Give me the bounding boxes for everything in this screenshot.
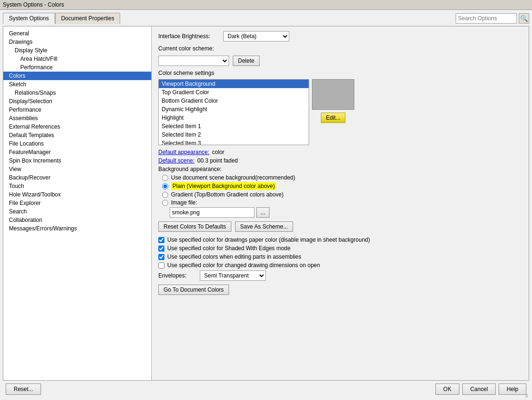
checkbox-label-cb2: Use specified color for Shaded With Edge…	[167, 245, 290, 252]
cancel-button[interactable]: Cancel	[462, 384, 496, 395]
radio-plain-viewport: Plain (Viewport Background color above)	[158, 182, 522, 190]
sidebar-item-default-templates[interactable]: Default Templates	[3, 131, 151, 139]
sidebar-item-sketch[interactable]: Sketch	[3, 80, 151, 89]
interface-brightness-select[interactable]: Dark (Beta)LightMedium	[223, 31, 289, 41]
sidebar-item-assemblies[interactable]: Assemblies	[3, 114, 151, 122]
current-color-scheme-row: Current color scheme:	[158, 45, 522, 52]
radio-plain-viewport-input[interactable]	[162, 183, 168, 189]
tabs-container: System Options Document Properties	[3, 13, 120, 24]
checkbox-label-cb4: Use specified color for changed drawing …	[167, 262, 320, 269]
color-list-item[interactable]: Selected Item 3	[159, 139, 309, 145]
radio-image-file-input[interactable]	[162, 200, 168, 206]
content-panel: Interface Brightness: Dark (Beta)LightMe…	[152, 26, 529, 380]
color-list-item[interactable]: Top Gradient Color	[159, 88, 309, 97]
help-button[interactable]: Help	[499, 384, 526, 395]
default-appearance-link[interactable]: Default appearance:	[158, 149, 209, 155]
sidebar-item-search[interactable]: Search	[3, 207, 151, 216]
radio-plain-viewport-label: Plain (Viewport Background color above)	[171, 182, 276, 190]
default-appearance-row: Default appearance: color	[158, 149, 522, 155]
search-button[interactable]: 🔍	[519, 13, 529, 24]
image-file-input[interactable]	[170, 207, 254, 218]
checkbox-cb1[interactable]	[158, 237, 164, 243]
sidebar-item-feature-manager[interactable]: FeatureManager	[3, 148, 151, 156]
ok-button[interactable]: OK	[435, 384, 459, 395]
sidebar-item-area-hatch-fill[interactable]: Area Hatch/Fill	[3, 55, 151, 63]
radio-use-document-scene-input[interactable]	[162, 175, 168, 181]
current-color-scheme-label: Current color scheme:	[158, 45, 220, 52]
background-appearance-label: Background appearance:	[158, 166, 522, 172]
sidebar-item-hole-wizard-toolbox[interactable]: Hole Wizard/Toolbox	[3, 190, 151, 199]
radio-gradient: Gradient (Top/Bottom Gradient colors abo…	[158, 191, 522, 198]
sidebar-item-performance-drawings[interactable]: Performance	[3, 63, 151, 72]
sidebar-item-touch[interactable]: Touch	[3, 182, 151, 190]
color-scheme-settings-label: Color scheme settings	[158, 70, 522, 76]
color-list-item[interactable]: Selected Item 1	[159, 122, 309, 131]
color-list-item[interactable]: Dynamic Highlight	[159, 105, 309, 114]
title-text: System Options - Colors	[3, 1, 64, 8]
sidebar-item-backup-recover[interactable]: Backup/Recover	[3, 173, 151, 182]
delete-button[interactable]: Delete	[233, 56, 260, 66]
bottom-bar: Reset... OK Cancel Help	[3, 381, 529, 396]
interface-brightness-row: Interface Brightness: Dark (Beta)LightMe…	[158, 31, 522, 41]
sidebar-item-spin-box-increments[interactable]: Spin Box Increments	[3, 156, 151, 165]
color-list-item[interactable]: Bottom Gradient Color	[159, 97, 309, 105]
sidebar-item-external-references[interactable]: External References	[3, 122, 151, 131]
goto-document-colors-button[interactable]: Go To Document Colors	[158, 285, 229, 295]
sidebar-item-messages-errors-warnings[interactable]: Messages/Errors/Warnings	[3, 224, 151, 233]
color-scheme-select[interactable]	[158, 56, 229, 66]
envelopes-select[interactable]: Semi TransparentWireframeOpaque	[200, 270, 266, 281]
color-list-item[interactable]: Highlight	[159, 114, 309, 122]
checkbox-label-cb1: Use specified color for drawings paper c…	[167, 237, 370, 243]
color-list-item[interactable]: Viewport Background	[159, 80, 309, 88]
sidebar: GeneralDrawingsDisplay StyleArea Hatch/F…	[3, 26, 152, 380]
color-list[interactable]: Viewport BackgroundTop Gradient ColorBot…	[158, 79, 309, 145]
default-scene-link[interactable]: Default scene:	[158, 157, 195, 164]
bottom-left: Reset...	[6, 384, 41, 395]
sidebar-item-drawings[interactable]: Drawings	[3, 38, 151, 46]
bottom-right: OK Cancel Help	[435, 384, 526, 395]
sidebar-item-display-style[interactable]: Display Style	[3, 46, 151, 55]
envelopes-label: Envelopes:	[158, 272, 196, 279]
reset-button[interactable]: Reset...	[6, 384, 41, 395]
color-scheme-select-row: Delete	[158, 56, 522, 66]
sidebar-item-colors[interactable]: Colors	[3, 72, 151, 80]
tab-document-properties[interactable]: Document Properties	[55, 13, 121, 24]
search-bar: 🔍	[456, 13, 529, 24]
background-appearance-group: Background appearance: Use document scen…	[158, 166, 522, 218]
sidebar-item-collaboration[interactable]: Collaboration	[3, 216, 151, 224]
checkbox-cb4[interactable]	[158, 262, 164, 269]
checkbox-row-cb3: Use specified colors when editing parts …	[158, 253, 522, 260]
tab-system-options[interactable]: System Options	[3, 13, 55, 24]
sidebar-item-relations-snaps[interactable]: Relations/Snaps	[3, 89, 151, 97]
color-list-item[interactable]: Selected Item 2	[159, 131, 309, 139]
color-preview-box	[312, 79, 354, 110]
color-list-container: Viewport BackgroundTop Gradient ColorBot…	[158, 79, 522, 145]
resize-handle[interactable]: //	[525, 393, 531, 399]
sidebar-item-file-locations[interactable]: File Locations	[3, 139, 151, 148]
reset-colors-button[interactable]: Reset Colors To Defaults	[158, 221, 231, 232]
title-bar: System Options - Colors	[0, 0, 532, 10]
radio-use-document-scene-label: Use document scene background(recommende…	[171, 174, 295, 181]
sidebar-item-performance[interactable]: Performance	[3, 106, 151, 114]
color-preview-area: Edit...	[312, 79, 354, 145]
checkbox-row-cb1: Use specified color for drawings paper c…	[158, 237, 522, 243]
radio-gradient-input[interactable]	[162, 192, 168, 198]
sidebar-item-file-explorer[interactable]: File Explorer	[3, 199, 151, 207]
edit-button[interactable]: Edit...	[321, 113, 346, 123]
radio-use-document-scene: Use document scene background(recommende…	[158, 174, 522, 181]
main-area: GeneralDrawingsDisplay StyleArea Hatch/F…	[3, 26, 529, 381]
search-input[interactable]	[456, 13, 517, 24]
dialog-content: System Options Document Properties 🔍 Gen…	[0, 10, 532, 399]
save-as-scheme-button[interactable]: Save As Scheme...	[235, 221, 293, 232]
browse-button[interactable]: ...	[256, 207, 270, 218]
checkbox-cb3[interactable]	[158, 254, 164, 260]
checkbox-cb2[interactable]	[158, 245, 164, 252]
checkbox-label-cb3: Use specified colors when editing parts …	[167, 253, 301, 260]
checkbox-row-cb2: Use specified color for Shaded With Edge…	[158, 245, 522, 252]
sidebar-item-display-selection[interactable]: Display/Selection	[3, 97, 151, 106]
envelopes-row: Envelopes: Semi TransparentWireframeOpaq…	[158, 270, 522, 281]
sidebar-item-general[interactable]: General	[3, 29, 151, 38]
sidebar-item-view[interactable]: View	[3, 165, 151, 173]
default-appearance-value: color	[212, 149, 224, 155]
checkbox-row-cb4: Use specified color for changed drawing …	[158, 262, 522, 269]
